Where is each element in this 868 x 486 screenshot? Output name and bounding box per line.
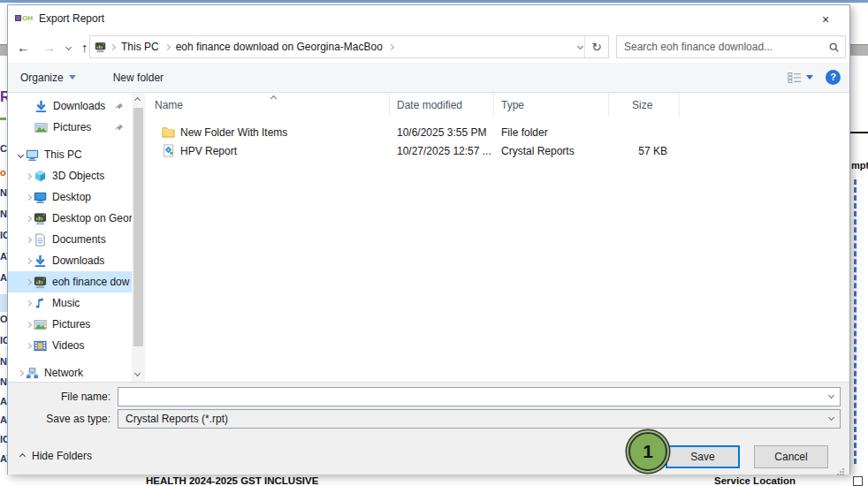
chevron-up-icon <box>19 452 26 459</box>
recent-locations-chevron-icon[interactable] <box>65 43 72 49</box>
chevron-right-icon[interactable] <box>25 194 31 200</box>
sidebar-item-desktop[interactable]: Desktop <box>8 186 132 208</box>
bg-dashed-selection-border <box>854 179 857 464</box>
chevron-right-icon[interactable] <box>25 321 31 327</box>
chevron-right-icon[interactable] <box>17 369 23 376</box>
up-button[interactable]: ↑ <box>81 40 88 55</box>
breadcrumb-this-pc[interactable]: This PC <box>119 41 161 53</box>
chevron-down-icon[interactable] <box>17 151 23 157</box>
chevron-right-icon[interactable] <box>25 300 31 306</box>
file-date-modified: 10/27/2025 12:57 ... <box>390 145 494 157</box>
videos-icon <box>34 339 47 353</box>
scroll-down-icon[interactable] <box>134 370 141 376</box>
pictures-icon <box>34 318 47 331</box>
breadcrumb-separator-icon <box>110 43 116 49</box>
refresh-icon[interactable]: ↻ <box>584 36 608 57</box>
column-header-label: Type <box>501 99 524 111</box>
change-view-button[interactable] <box>788 72 813 84</box>
sidebar-item-music[interactable]: Music <box>8 292 132 314</box>
new-folder-button[interactable]: New folder <box>104 63 172 92</box>
scrollbar-thumb[interactable] <box>133 108 143 346</box>
this-pc-icon <box>26 148 39 162</box>
view-dropdown-icon <box>806 75 813 80</box>
address-bar[interactable]: This PC eoh finance download on Georgina… <box>89 35 609 58</box>
address-dropdown-chevron-icon[interactable] <box>577 43 583 49</box>
step-1-annotation-badge: 1 <box>628 432 667 471</box>
chevron-right-icon[interactable] <box>25 236 31 242</box>
sidebar-item-pictures-quick[interactable]: Pictures <box>8 117 132 138</box>
crystal-reports-file-icon <box>162 144 175 157</box>
help-button[interactable]: ? <box>826 70 841 85</box>
file-list-header: Name Date modified Type Size <box>148 93 848 117</box>
bg-text-fragment: IC <box>0 230 7 240</box>
sidebar-item-label: Downloads <box>52 254 104 267</box>
breadcrumb-current-folder[interactable]: eoh finance download on Georgina-MacBoo <box>174 41 385 53</box>
hide-folders-button[interactable]: Hide Folders <box>20 450 92 462</box>
chevron-right-icon[interactable] <box>25 215 31 221</box>
chevron-right-icon[interactable] <box>25 172 31 178</box>
bg-text-fragment: R <box>0 89 7 105</box>
resize-grip[interactable] <box>842 468 844 470</box>
search-input[interactable] <box>624 41 828 53</box>
sidebar-item-label: Desktop on Geor <box>52 212 132 224</box>
bg-text-fragment: AY <box>0 251 7 262</box>
file-name: New Folder With Items <box>180 126 287 139</box>
column-header-label: Date modified <box>397 99 462 111</box>
sidebar-item-documents[interactable]: Documents <box>8 229 132 250</box>
sidebar-item-this-pc[interactable]: This PC <box>8 144 132 165</box>
sidebar-item-downloads[interactable]: Downloads <box>8 250 132 271</box>
sidebar-item-network[interactable]: Network <box>8 362 132 382</box>
chevron-right-icon[interactable] <box>25 257 31 263</box>
sidebar-item-downloads-quick[interactable]: Downloads <box>8 95 132 117</box>
sidebar-scrollbar[interactable] <box>132 93 145 382</box>
sidebar-item-videos[interactable]: Videos <box>8 335 132 356</box>
sidebar-item-3d-objects[interactable]: 3D Objects <box>8 165 132 186</box>
save-as-type-select[interactable]: Crystal Reports (*.rpt) <box>118 409 841 429</box>
forward-button[interactable]: → <box>42 40 56 55</box>
dialog-titlebar[interactable]: OH Export Report × <box>8 5 849 31</box>
column-header-date-modified[interactable]: Date modified <box>390 93 494 117</box>
dialog-title: Export Report <box>39 12 104 25</box>
sidebar-item-eoh-finance-download[interactable]: eoh finance dow <box>8 271 132 292</box>
sidebar-item-label: This PC <box>44 148 82 161</box>
back-button[interactable]: ← <box>17 40 30 55</box>
sidebar-item-label: Music <box>52 297 80 309</box>
documents-icon <box>34 233 47 247</box>
background-bottom-strip: HEALTH 2024-2025 GST INCLUSIVE Service L… <box>0 475 868 486</box>
file-row-hpv-report[interactable]: HPV Report 10/27/2025 12:57 ... Crystal … <box>148 141 848 160</box>
cancel-button[interactable]: Cancel <box>754 445 828 468</box>
bg-text-fragment: o <box>0 167 6 178</box>
chevron-right-icon[interactable] <box>25 278 31 285</box>
organize-button[interactable]: Organize <box>11 63 85 92</box>
file-row-new-folder-with-items[interactable]: New Folder With Items 10/6/2025 3:55 PM … <box>148 123 848 141</box>
file-name: HPV Report <box>180 145 237 157</box>
sidebar-item-pictures[interactable]: Pictures <box>8 314 132 335</box>
bg-text-fragment: N <box>0 209 7 219</box>
desktop-icon <box>34 191 47 204</box>
bg-health-label: HEALTH 2024-2025 GST INCLUSIVE <box>146 475 318 486</box>
breadcrumb-separator-icon <box>388 43 394 49</box>
sidebar-item-desktop-on-georgina[interactable]: Desktop on Geor <box>8 208 132 229</box>
pictures-icon <box>34 121 48 134</box>
close-icon[interactable]: × <box>814 11 837 28</box>
network-icon <box>26 367 39 380</box>
bg-text-fragment: C <box>0 143 7 154</box>
chevron-right-icon[interactable] <box>25 342 31 348</box>
file-type: Crystal Reports <box>494 145 609 157</box>
column-header-type[interactable]: Type <box>494 93 609 117</box>
eoh-logo-square <box>15 15 21 21</box>
column-header-name[interactable]: Name <box>148 93 390 117</box>
organize-label: Organize <box>20 72 64 84</box>
save-button[interactable]: Save <box>666 445 740 468</box>
search-icon[interactable] <box>828 42 840 53</box>
folder-icon <box>162 125 175 139</box>
column-header-size[interactable]: Size <box>609 93 680 117</box>
file-list: Name Date modified Type Size New Folder … <box>148 93 848 382</box>
sidebar-item-label: Documents <box>52 233 106 246</box>
list-view-icon <box>788 72 802 84</box>
bg-text-fragment: IG <box>0 335 7 346</box>
search-box[interactable] <box>616 35 846 58</box>
scroll-up-icon[interactable] <box>134 97 141 103</box>
network-pc-icon <box>95 42 106 53</box>
file-name-input[interactable] <box>118 387 841 406</box>
